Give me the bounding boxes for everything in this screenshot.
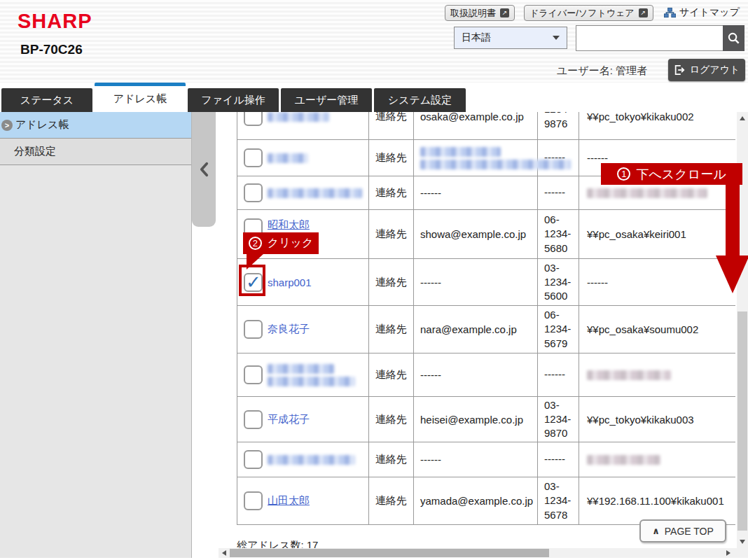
cell-content xyxy=(268,188,362,198)
cell-text: ¥¥pc_tokyo¥kikaku002 xyxy=(587,112,694,122)
sidebar-item-category-settings[interactable]: 分類設定 xyxy=(0,139,191,165)
cell-content: ¥¥pc_osaka¥soumu002 xyxy=(587,323,698,335)
page-top-button[interactable]: ∧ PAGE TOP xyxy=(639,519,726,542)
cell-content: nara@example.co.jp xyxy=(420,323,517,335)
cell-content: 昭和太郎 xyxy=(268,218,310,232)
cell-text: ------ xyxy=(420,276,441,288)
click-target-highlight-box xyxy=(239,265,265,296)
cell-content: osaka@example.co.jp xyxy=(420,112,524,122)
phone-cell: 03-1234-9870 xyxy=(538,397,579,442)
redacted-text xyxy=(587,188,707,198)
sidebar-item-label: 分類設定 xyxy=(14,145,56,158)
row-checkbox[interactable] xyxy=(244,410,263,429)
table-row: 山田太郎連絡先yamada@example.co.jp03-1234-5678¥… xyxy=(237,477,735,525)
contact-name-link[interactable]: 平成花子 xyxy=(268,413,310,426)
contact-name-link[interactable]: 山田太郎 xyxy=(268,494,310,507)
cell-content: ¥¥pc_tokyo¥kikaku002 xyxy=(587,112,694,122)
contact-name-link[interactable]: sharp001 xyxy=(268,276,312,288)
triangle-left-icon xyxy=(222,550,226,556)
table-row: 奈良花子連絡先nara@example.co.jp06-1234-5679¥¥p… xyxy=(237,306,735,354)
tab-status[interactable]: ステータス xyxy=(1,88,92,112)
row-checkbox[interactable] xyxy=(244,491,263,510)
cell-text: ------ xyxy=(587,152,608,164)
contact-name-link[interactable]: 奈良花子 xyxy=(268,323,310,336)
email-cell: ------ xyxy=(414,354,538,396)
cell-content: 山田太郎 xyxy=(268,494,310,507)
cell-text: ¥¥pc_tokyo¥kikaku003 xyxy=(587,414,694,426)
cell-text: showa@example.co.jp xyxy=(420,228,526,240)
email-cell xyxy=(414,140,538,176)
triangle-right-icon xyxy=(726,550,730,556)
redacted-text xyxy=(420,147,501,157)
tab-user-management[interactable]: ユーザー管理 xyxy=(281,88,372,112)
horizontal-scrollbar-thumb[interactable] xyxy=(230,549,549,557)
email-cell: ------ xyxy=(414,259,538,305)
row-checkbox[interactable] xyxy=(244,365,263,384)
contact-type-cell: 連絡先 xyxy=(369,210,414,258)
search-input[interactable] xyxy=(576,25,723,51)
red-arrow-shaft xyxy=(726,185,740,255)
scroll-right-button[interactable] xyxy=(723,547,734,559)
scroll-up-button[interactable] xyxy=(737,113,748,124)
redacted-text xyxy=(268,455,355,465)
cell-content: showa@example.co.jp xyxy=(420,228,526,240)
scroll-down-button[interactable] xyxy=(737,536,748,547)
printer-model-label: BP-70C26 xyxy=(20,42,83,57)
logout-button[interactable]: ログアウト xyxy=(668,59,745,81)
cell-content xyxy=(268,112,329,122)
cell-content xyxy=(268,364,355,386)
cell-content xyxy=(587,188,707,198)
name-cell: 山田太郎 xyxy=(237,477,369,524)
row-checkbox[interactable] xyxy=(244,450,263,469)
cell-content: ------ xyxy=(420,276,441,288)
tab-address-book[interactable]: アドレス帳 xyxy=(95,83,186,112)
redacted-text xyxy=(268,188,362,198)
tab-file-operation[interactable]: ファイル操作 xyxy=(188,88,279,112)
path-cell: ¥¥pc_osaka¥soumu002 xyxy=(579,306,735,353)
step-number-badge: 2 xyxy=(249,237,262,250)
cell-text: ------ xyxy=(587,276,608,288)
redacted-text xyxy=(587,370,671,380)
search-button[interactable] xyxy=(723,25,744,51)
scroll-left-button[interactable] xyxy=(219,547,230,559)
chevron-right-circle-icon: > xyxy=(1,120,13,131)
path-cell: ¥¥pc_tokyo¥kikaku002 xyxy=(579,112,735,139)
sharp-web-admin-page: SHARP BP-70C26 取扱説明書 ↗ ドライバー/ソフトウェア ↗ サイ… xyxy=(0,0,748,560)
sitemap-label: サイトマップ xyxy=(679,6,740,19)
cell-text: nara@example.co.jp xyxy=(420,323,517,335)
language-select[interactable]: 日本語 xyxy=(454,27,567,49)
driver-software-button[interactable]: ドライバー/ソフトウェア ↗ xyxy=(524,5,653,21)
driver-button-label: ドライバー/ソフトウェア xyxy=(529,7,635,20)
row-checkbox[interactable] xyxy=(244,320,263,339)
vertical-scrollbar-thumb[interactable] xyxy=(737,312,747,531)
horizontal-scrollbar[interactable] xyxy=(219,548,734,558)
manual-button-label: 取扱説明書 xyxy=(450,7,496,20)
tab-system-settings[interactable]: システム設定 xyxy=(374,88,466,112)
redacted-text xyxy=(268,112,329,122)
redacted-text xyxy=(268,364,334,374)
contact-type-cell: 連絡先 xyxy=(369,112,414,139)
phone-cell: 06-1234-5680 xyxy=(538,210,579,258)
step-number-badge: 1 xyxy=(617,167,630,181)
sitemap-link[interactable]: サイトマップ xyxy=(664,6,740,19)
redacted-text xyxy=(268,153,308,163)
page-top-label: PAGE TOP xyxy=(665,526,714,537)
contact-type-cell: 連絡先 xyxy=(369,442,414,477)
path-cell xyxy=(579,354,735,396)
contact-name-link[interactable]: 昭和太郎 xyxy=(268,218,310,232)
contact-type-cell: 連絡先 xyxy=(369,354,414,396)
row-checkbox[interactable] xyxy=(244,112,263,126)
sidebar-item-address-book[interactable]: > アドレス帳 xyxy=(0,112,191,139)
phone-cell: ------ xyxy=(538,354,579,396)
sidebar-collapse-button[interactable] xyxy=(192,112,216,227)
redacted-text xyxy=(587,455,660,465)
table-row: ✓sharp001連絡先------03-1234-5600------ xyxy=(237,259,735,306)
cell-content: ¥¥pc_tokyo¥kikaku003 xyxy=(587,414,694,426)
cell-content: ------ xyxy=(587,152,608,164)
cell-content xyxy=(268,153,308,163)
cell-content: 平成花子 xyxy=(268,413,310,426)
cell-text: ¥¥192.168.11.100¥kikaku001 xyxy=(587,495,724,507)
manual-button[interactable]: 取扱説明書 ↗ xyxy=(445,5,515,21)
row-checkbox[interactable] xyxy=(244,183,263,202)
row-checkbox[interactable] xyxy=(244,148,263,167)
